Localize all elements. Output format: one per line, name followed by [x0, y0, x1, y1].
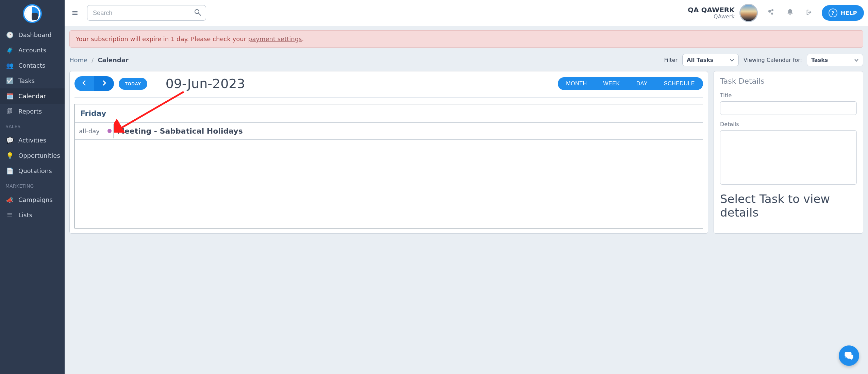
- filter-value: All Tasks: [687, 57, 713, 63]
- viewing-select[interactable]: Tasks: [807, 54, 863, 66]
- divider: [74, 97, 703, 98]
- calendar-icon: 🗓️: [6, 92, 13, 100]
- svg-point-4: [195, 10, 199, 14]
- view-month[interactable]: MONTH: [558, 77, 595, 90]
- help-icon: ?: [829, 8, 837, 17]
- search-icon[interactable]: [194, 9, 201, 17]
- view-switcher: MONTH WEEK DAY SCHEDULE: [558, 77, 703, 90]
- hamburger-icon[interactable]: ≡: [69, 6, 81, 20]
- svg-point-7: [771, 9, 773, 11]
- task-details-heading: Task Details: [720, 77, 857, 85]
- lightbulb-icon: 💡: [6, 152, 13, 159]
- today-button[interactable]: TODAY: [119, 78, 147, 90]
- file-icon: 📄: [6, 167, 13, 174]
- next-button[interactable]: [94, 76, 114, 91]
- list-icon: ☰: [6, 211, 13, 219]
- bullhorn-icon: 📣: [6, 196, 13, 203]
- sidebar-item-calendar[interactable]: 🗓️Calendar: [0, 88, 65, 104]
- date-label: 09-Jun-2023: [166, 76, 245, 91]
- calendar-panel: TODAY 09-Jun-2023 MONTH WEEK DAY SCHEDUL…: [69, 71, 708, 234]
- sidebar-item-opportunities[interactable]: 💡Opportunities: [0, 148, 65, 163]
- sidebar-item-quotations[interactable]: 📄Quotations: [0, 163, 65, 178]
- logout-icon[interactable]: [803, 6, 816, 20]
- title-label: Title: [720, 92, 857, 99]
- task-details-panel: Task Details Title Details Select Task t…: [714, 71, 863, 234]
- calendar-day-grid: Friday all-day Meeting - Sabbatical Holi…: [74, 104, 703, 228]
- sidebar-item-activities[interactable]: 💬Activities: [0, 133, 65, 148]
- title-input[interactable]: [720, 101, 857, 115]
- filter-select[interactable]: All Tasks: [682, 54, 739, 66]
- sidebar-item-contacts[interactable]: 👥Contacts: [0, 58, 65, 73]
- sidebar: 🕑Dashboard 🧳Accounts 👥Contacts ☑️Tasks 🗓…: [0, 0, 65, 374]
- sidebar-section-marketing: MARKETING: [0, 178, 65, 192]
- breadcrumb-home[interactable]: Home: [69, 56, 87, 64]
- search-box[interactable]: [87, 5, 206, 21]
- chevron-right-icon: [101, 80, 107, 86]
- details-textarea[interactable]: [720, 130, 857, 185]
- calendar-body[interactable]: [75, 140, 703, 228]
- comments-icon: 💬: [6, 137, 13, 144]
- bell-icon[interactable]: [784, 6, 797, 20]
- chat-fab[interactable]: [839, 345, 859, 366]
- sidebar-item-dashboard[interactable]: 🕑Dashboard: [0, 27, 65, 42]
- sidebar-item-reports[interactable]: 🗐Reports: [0, 104, 65, 119]
- sidebar-item-accounts[interactable]: 🧳Accounts: [0, 42, 65, 58]
- chevron-left-icon: [82, 80, 87, 86]
- svg-point-8: [771, 13, 773, 15]
- details-placeholder: Select Task to view details: [720, 192, 857, 219]
- user-name: QA QAWERK: [688, 6, 735, 14]
- chat-icon: [844, 351, 854, 361]
- alert-prefix: Your subscription will expire in 1 day. …: [76, 35, 248, 42]
- breadcrumb: Home / Calendar: [69, 56, 129, 64]
- topbar: ≡ QA QAWERK QAwerk: [65, 0, 868, 26]
- users-icon: 👥: [6, 62, 13, 69]
- svg-rect-3: [32, 13, 38, 20]
- app-logo-icon: [22, 3, 43, 24]
- allday-label: all-day: [75, 123, 104, 139]
- calendar-controls: TODAY 09-Jun-2023 MONTH WEEK DAY SCHEDUL…: [74, 76, 703, 91]
- event-dot-cell: [104, 124, 114, 138]
- sidebar-nav: 🕑Dashboard 🧳Accounts 👥Contacts ☑️Tasks 🗓…: [0, 27, 65, 223]
- avatar[interactable]: [739, 4, 758, 22]
- viewing-value: Tasks: [811, 57, 828, 63]
- event-title[interactable]: Meeting - Sabbatical Holidays: [114, 123, 703, 139]
- content: Your subscription will expire in 1 day. …: [65, 26, 868, 240]
- breadcrumb-sep: /: [91, 56, 94, 64]
- briefcase-icon: 🧳: [6, 47, 13, 54]
- details-label: Details: [720, 121, 857, 128]
- chevron-down-icon: [854, 58, 859, 63]
- viewing-label: Viewing Calendar for:: [744, 57, 802, 63]
- sidebar-item-tasks[interactable]: ☑️Tasks: [0, 73, 65, 88]
- view-day[interactable]: DAY: [628, 77, 656, 90]
- user-org: QAwerk: [688, 14, 735, 20]
- view-schedule[interactable]: SCHEDULE: [656, 77, 703, 90]
- help-label: HELP: [841, 10, 857, 16]
- subscription-alert: Your subscription will expire in 1 day. …: [69, 30, 863, 48]
- check-square-icon: ☑️: [6, 77, 13, 84]
- day-name: Friday: [75, 104, 703, 123]
- filters: Filter All Tasks Viewing Calendar for: T…: [664, 54, 863, 66]
- date-nav: [74, 76, 114, 91]
- logo: [0, 0, 65, 27]
- filter-label: Filter: [664, 57, 678, 63]
- search-input[interactable]: [92, 9, 194, 17]
- breadcrumb-current: Calendar: [98, 56, 128, 64]
- event-color-dot-icon: [107, 129, 112, 133]
- svg-line-5: [199, 13, 201, 15]
- copy-icon: 🗐: [6, 108, 13, 115]
- help-button[interactable]: ? HELP: [822, 5, 864, 21]
- gauge-icon: 🕑: [6, 31, 13, 38]
- settings-icon[interactable]: [764, 6, 778, 20]
- alert-link[interactable]: payment settings: [248, 35, 302, 42]
- chevron-down-icon: [730, 58, 734, 63]
- svg-point-6: [768, 10, 771, 13]
- alert-suffix: .: [302, 35, 304, 42]
- user-block[interactable]: QA QAWERK QAwerk: [688, 4, 758, 22]
- view-week[interactable]: WEEK: [595, 77, 628, 90]
- prev-button[interactable]: [74, 76, 94, 91]
- sidebar-section-sales: SALES: [0, 119, 65, 133]
- sidebar-item-lists[interactable]: ☰Lists: [0, 207, 65, 223]
- sidebar-item-campaigns[interactable]: 📣Campaigns: [0, 192, 65, 207]
